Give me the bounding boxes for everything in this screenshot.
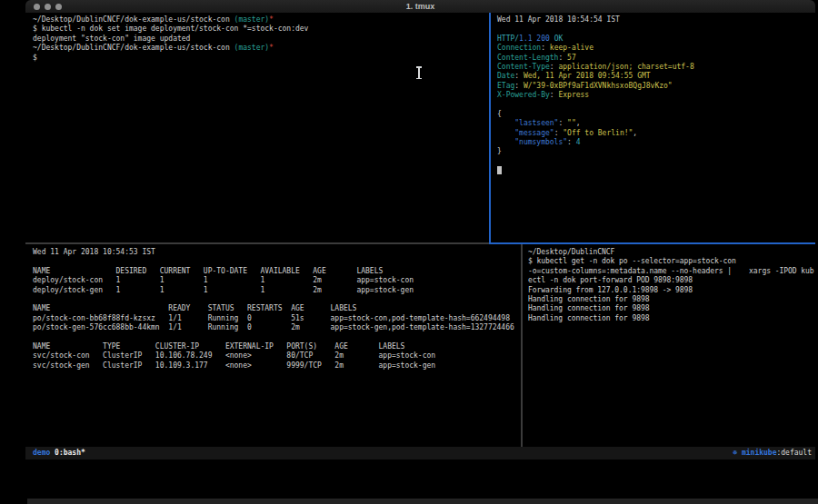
pane-divider-horizontal-right-active[interactable] [489,242,815,244]
terminal-line: ectl -n dok port-forward POD 9898:9898 [528,276,818,285]
terminal-line: { [497,110,818,119]
terminal-window: 1. tmux ~/Desktop/DublinCNCF/dok-example… [25,0,815,460]
background-window-edge [27,499,818,504]
terminal-line: $ kubectl get -n dok po --selector=app=s… [528,257,818,266]
terminal-line: Handling connection for 9898 [528,304,818,313]
terminal-line: $ [33,54,496,63]
pane-divider-horizontal-left[interactable] [25,242,489,244]
terminal-line: "lastseen": "", [497,119,818,128]
kube-namespace: :default [776,449,812,457]
terminal-line: Handling connection for 9898 [528,295,818,304]
terminal-line: NAME READY STATUS RESTARTS AGE LABELS [33,304,528,313]
pane-divider-vertical-top-active[interactable] [489,13,491,242]
terminal-line: Date: Wed, 11 Apr 2018 09:54:55 GMT [497,72,818,81]
terminal-line: X-Powered-By: Express [497,91,818,100]
tmux-pane-bottom-left[interactable]: Wed 11 Apr 2018 10:54:53 IST NAME DESIRE… [25,244,528,450]
pane-divider-vertical-bottom[interactable] [521,244,523,447]
window-title: 1. tmux [25,0,815,13]
terminal-line [33,295,528,304]
terminal-line: Content-Type: application/json; charset=… [497,63,818,72]
terminal-line: ~/Desktop/DublinCNCF/dok-example-us/stoc… [33,44,496,53]
terminal-line: } [497,147,818,156]
terminal-line: Forwarding from 127.0.0.1:9898 -> 9898 [528,286,818,295]
terminal-line: Wed 11 Apr 2018 10:54:54 IST [497,15,818,25]
desktop-background: { "window": { "title": "1. tmux" }, "col… [0,0,818,504]
status-right: ☸ minikube:default [733,447,812,460]
terminal-line: -o=custom-columns=:metadata.name --no-he… [528,267,818,276]
terminal-line: svc/stock-gen ClusterIP 10.109.3.177 <no… [33,361,528,371]
terminal-line [33,333,528,342]
kubernetes-helm-icon: ☸ [733,449,742,457]
terminal-line: deployment "stock-con" image updated [33,35,496,44]
terminal-line [497,166,818,175]
terminal-line: po/stock-con-bb68f88fd-kzsxz 1/1 Running… [33,314,528,323]
terminal-line: "numsymbols": 4 [497,138,818,147]
terminal-line: ETag: W/"39-0xBPf9aF1dXVNkhsxoBQgJ8vKzo" [497,82,818,91]
terminal-line: NAME TYPE CLUSTER-IP EXTERNAL-IP PORT(S)… [33,342,528,351]
terminal-line: ~/Desktop/DublinCNCF [528,248,818,257]
tmux-pane-bottom-right[interactable]: ~/Desktop/DublinCNCF$ kubectl get -n dok… [523,244,818,450]
session-name: demo [33,449,50,457]
status-left: demo 0:bash* [33,447,85,460]
terminal-line [497,157,818,166]
terminal-line [497,101,818,110]
terminal-line: "message": "Off to Berlin!", [497,129,818,138]
kube-context: minikube [742,449,777,457]
tmux-pane-top-right[interactable]: Wed 11 Apr 2018 10:54:54 IST HTTP/1.1 20… [491,13,818,245]
terminal-line: Handling connection for 9898 [528,314,818,323]
tmux-pane-top-left[interactable]: ~/Desktop/DublinCNCF/dok-example-us/stoc… [25,13,496,245]
terminal-line: deploy/stock-gen 1 1 1 1 2m app=stock-ge… [33,286,528,295]
tmux-status-bar: demo 0:bash* ☸ minikube:default [25,447,815,460]
terminal-line: ~/Desktop/DublinCNCF/dok-example-us/stoc… [33,15,496,25]
window-label[interactable]: 0:bash* [55,449,85,457]
terminal-line [497,25,818,34]
window-titlebar[interactable]: 1. tmux [25,0,815,14]
terminal-line: po/stock-gen-576cc688bb-44kmn 1/1 Runnin… [33,323,528,332]
terminal-line [33,257,528,266]
terminal-line: deploy/stock-con 1 1 1 1 2m app=stock-co… [33,276,528,285]
terminal-line: Content-Length: 57 [497,54,818,63]
terminal-line: svc/stock-con ClusterIP 10.106.78.249 <n… [33,351,528,361]
terminal-line: Wed 11 Apr 2018 10:54:53 IST [33,248,528,257]
terminal-line: NAME DESIRED CURRENT UP-TO-DATE AVAILABL… [33,267,528,276]
mouse-ibeam-cursor [416,66,421,79]
terminal-line: HTTP/1.1 200 OK [497,35,818,44]
terminal-line: Connection: keep-alive [497,44,818,53]
terminal-line: $ kubectl -n dok set image deployment/st… [33,25,496,34]
